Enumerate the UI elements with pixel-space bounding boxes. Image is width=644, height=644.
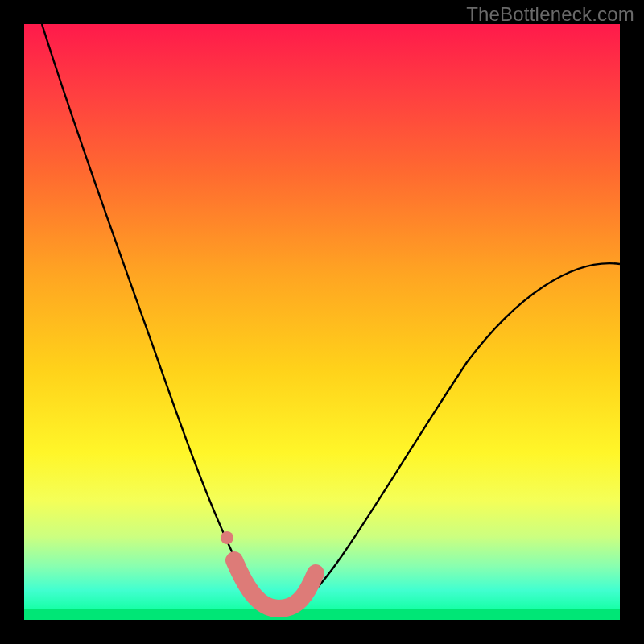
chart-frame xyxy=(24,24,620,620)
highlight-region xyxy=(234,560,316,609)
bottleneck-curve-svg xyxy=(24,24,620,620)
bottleneck-curve xyxy=(42,24,620,610)
watermark-text: TheBottleneck.com xyxy=(466,3,634,26)
highlight-dot xyxy=(221,531,233,544)
